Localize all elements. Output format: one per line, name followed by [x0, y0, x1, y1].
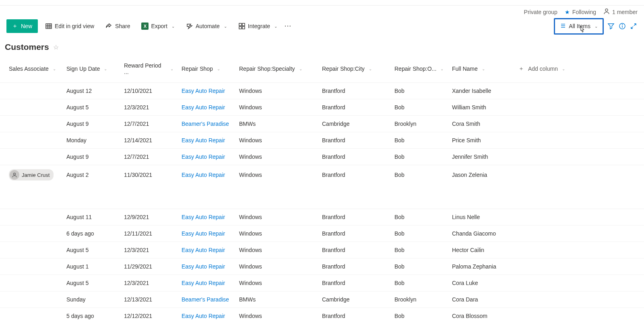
table-row[interactable]: August 912/7/2021Easy Auto RepairWindows… — [0, 148, 644, 165]
cell-sales-associate — [5, 153, 62, 161]
cell-sales-associate — [5, 103, 62, 111]
person-icon — [603, 8, 610, 16]
cell-repair-shop: Beamer's Paradise — [178, 117, 235, 131]
cell-owner: Bob — [390, 84, 448, 98]
cell-owner: Brooklyn — [390, 117, 448, 131]
table-row[interactable]: Monday12/14/2021Easy Auto RepairWindowsB… — [0, 132, 644, 148]
cell-sales-associate — [5, 87, 62, 95]
cell-reward-period: 12/3/2021 — [120, 100, 178, 115]
cell-reward-period: 12/7/2021 — [120, 117, 178, 131]
cell-repair-shop: Easy Auto Repair — [178, 168, 235, 182]
cell-sign-up-date: August 11 — [62, 210, 120, 224]
table-row[interactable]: Sunday12/13/2021Beamer's ParadiseBMWsCam… — [0, 291, 644, 308]
col-repair-shop-owner[interactable]: Repair Shop:O...⌄ — [390, 58, 448, 79]
svg-rect-6 — [239, 23, 242, 26]
repair-shop-link[interactable]: Easy Auto Repair — [182, 88, 225, 94]
automate-button[interactable]: Automate ⌄ — [182, 20, 231, 32]
new-button[interactable]: ＋ New — [6, 19, 38, 33]
cell-reward-period: 12/11/2021 — [120, 226, 178, 241]
repair-shop-link[interactable]: Easy Auto Repair — [182, 280, 225, 286]
cell-repair-shop: Easy Auto Repair — [178, 133, 235, 148]
info-button[interactable] — [618, 22, 626, 30]
cell-full-name: Jennifer Smith — [448, 150, 514, 164]
edit-grid-button[interactable]: Edit in grid view — [41, 20, 98, 32]
view-selector[interactable]: All Items ⌄ — [554, 18, 604, 35]
favorite-star-icon[interactable]: ☆ — [53, 43, 59, 51]
cell-sales-associate: Jamie Crust — [5, 165, 62, 184]
cell-sign-up-date: Sunday — [62, 292, 120, 307]
cell-city: Brantford — [318, 309, 390, 323]
svg-point-16 — [14, 173, 16, 175]
chevron-down-icon: ⌄ — [482, 67, 485, 71]
cell-sales-associate — [5, 295, 62, 303]
col-repair-shop[interactable]: Repair Shop⌄ — [178, 58, 235, 79]
cell-owner: Bob — [390, 100, 448, 115]
cell-specialty: Windows — [235, 309, 318, 323]
cell-specialty: Windows — [235, 276, 318, 290]
table-row[interactable]: Jamie CrustAugust 211/30/2021Easy Auto R… — [0, 165, 644, 184]
cell-city: Brantford — [318, 150, 390, 164]
table-row[interactable]: August 512/3/2021Easy Auto RepairWindows… — [0, 275, 644, 291]
share-button[interactable]: Share — [101, 20, 134, 32]
col-sign-up-date[interactable]: Sign Up Date⌄ — [62, 58, 120, 79]
table-row[interactable]: 5 days ago12/12/2021Easy Auto RepairWind… — [0, 308, 644, 324]
cell-repair-shop: Easy Auto Repair — [178, 226, 235, 241]
col-repair-shop-city[interactable]: Repair Shop:City⌄ — [318, 58, 390, 79]
cell-reward-period: 12/14/2021 — [120, 133, 178, 148]
table-row[interactable]: August 1212/10/2021Easy Auto RepairWindo… — [0, 82, 644, 99]
table-row[interactable]: August 1112/9/2021Easy Auto RepairWindow… — [0, 209, 644, 225]
repair-shop-link[interactable]: Easy Auto Repair — [182, 154, 225, 160]
cell-sales-associate — [5, 230, 62, 238]
cell-owner: Bob — [390, 259, 448, 274]
col-full-name[interactable]: Full Name⌄ — [448, 58, 514, 79]
cell-specialty: Windows — [235, 84, 318, 98]
col-reward-period[interactable]: Reward Period ...⌄ — [120, 58, 178, 79]
integrate-button[interactable]: Integrate ⌄ — [234, 20, 281, 32]
export-button[interactable]: X Export ⌄ — [137, 20, 178, 32]
repair-shop-link[interactable]: Easy Auto Repair — [182, 313, 225, 319]
col-sales-associate[interactable]: Sales Associate⌄ — [5, 58, 62, 79]
cell-full-name: Xander Isabelle — [448, 84, 514, 98]
expand-button[interactable] — [630, 22, 638, 30]
chevron-down-icon: ⌄ — [274, 24, 277, 29]
svg-rect-1 — [46, 24, 52, 29]
person-chip[interactable]: Jamie Crust — [9, 169, 54, 180]
table-row[interactable]: August 512/3/2021Easy Auto RepairWindows… — [0, 242, 644, 258]
add-column-button[interactable]: ＋Add column⌄ — [514, 58, 575, 79]
repair-shop-link[interactable]: Easy Auto Repair — [182, 230, 225, 237]
repair-shop-link[interactable]: Easy Auto Repair — [182, 247, 225, 253]
filter-button[interactable] — [607, 22, 615, 30]
repair-shop-link[interactable]: Beamer's Paradise — [182, 121, 229, 127]
col-repair-shop-specialty[interactable]: Repair Shop:Specialty⌄ — [235, 58, 318, 79]
cell-sales-associate — [5, 312, 62, 320]
repair-shop-link[interactable]: Easy Auto Repair — [182, 214, 225, 220]
repair-shop-link[interactable]: Beamer's Paradise — [182, 296, 229, 303]
top-divider — [0, 0, 644, 6]
list-title-row: Customers ☆ — [0, 37, 644, 55]
members-link[interactable]: 1 member — [603, 8, 638, 16]
cell-city: Brantford — [318, 210, 390, 224]
chevron-down-icon: ⌄ — [594, 24, 598, 29]
repair-shop-link[interactable]: Easy Auto Repair — [182, 263, 225, 270]
following-toggle[interactable]: ★ Following — [565, 9, 596, 15]
table-row[interactable]: August 912/7/2021Beamer's ParadiseBMWsCa… — [0, 115, 644, 132]
list-title: Customers — [5, 42, 49, 52]
repair-shop-link[interactable]: Easy Auto Repair — [182, 137, 225, 144]
svg-rect-9 — [242, 27, 245, 29]
table-row[interactable]: August 111/29/2021Easy Auto RepairWindow… — [0, 258, 644, 275]
row-gap — [0, 184, 644, 209]
table-row[interactable]: 6 days ago12/11/2021Easy Auto RepairWind… — [0, 225, 644, 242]
cell-reward-period: 12/12/2021 — [120, 309, 178, 323]
cell-specialty: Windows — [235, 100, 318, 115]
overflow-menu[interactable]: ··· — [285, 23, 292, 29]
repair-shop-link[interactable]: Easy Auto Repair — [182, 172, 225, 178]
chevron-down-icon: ⌄ — [299, 67, 302, 71]
cell-reward-period: 11/30/2021 — [120, 168, 178, 182]
cell-city: Cambridge — [318, 292, 390, 307]
table-row[interactable]: August 512/3/2021Easy Auto RepairWindows… — [0, 99, 644, 115]
cell-repair-shop: Easy Auto Repair — [178, 276, 235, 290]
cell-city: Brantford — [318, 133, 390, 148]
repair-shop-link[interactable]: Easy Auto Repair — [182, 104, 225, 111]
cell-city: Brantford — [318, 100, 390, 115]
new-button-label: New — [21, 23, 32, 29]
